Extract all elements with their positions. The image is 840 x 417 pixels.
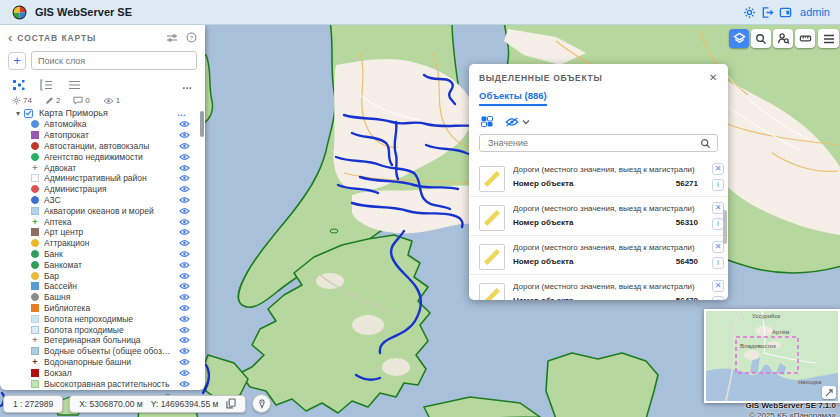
selected-object-row[interactable]: Дороги (местного значения, выезд к магис… bbox=[469, 197, 728, 236]
layer-visibility-eye-icon[interactable] bbox=[179, 369, 190, 377]
panel-layout-icon[interactable] bbox=[776, 3, 794, 21]
layer-row[interactable]: +Ветеринарная больница bbox=[31, 335, 205, 346]
layer-row[interactable]: Болота непроходимые bbox=[31, 313, 205, 324]
layer-row[interactable]: Вокзал bbox=[31, 367, 205, 378]
collapse-caret-icon[interactable]: ▾ bbox=[16, 109, 20, 118]
layer-visibility-eye-icon[interactable] bbox=[179, 282, 190, 290]
layer-visibility-eye-icon[interactable] bbox=[179, 131, 190, 139]
layer-visibility-eye-icon[interactable] bbox=[179, 164, 190, 172]
search-button[interactable] bbox=[751, 29, 771, 48]
layer-row[interactable]: Автомойка bbox=[31, 119, 205, 130]
layer-visibility-eye-icon[interactable] bbox=[179, 358, 190, 366]
object-field-label: Номер объекта bbox=[513, 296, 573, 300]
layer-search-input[interactable] bbox=[31, 51, 197, 70]
layer-order-icon[interactable] bbox=[166, 33, 178, 43]
layer-visibility-eye-icon[interactable] bbox=[179, 239, 190, 247]
layer-visibility-eye-icon[interactable] bbox=[179, 326, 190, 334]
layer-visibility-eye-icon[interactable] bbox=[179, 207, 190, 215]
layer-visibility-eye-icon[interactable] bbox=[179, 272, 190, 280]
layer-row[interactable]: Высокотравная растительность bbox=[31, 378, 205, 389]
layer-visibility-eye-icon[interactable] bbox=[179, 261, 190, 269]
address-search-button[interactable] bbox=[773, 29, 793, 48]
search-icon[interactable] bbox=[700, 138, 711, 149]
object-field-label: Номер объекта bbox=[513, 257, 573, 266]
tree-view-icon[interactable] bbox=[12, 79, 25, 91]
copy-coordinates-icon[interactable] bbox=[226, 398, 236, 409]
layer-label: Акватории океанов и морей bbox=[44, 206, 174, 216]
layer-visibility-eye-icon[interactable] bbox=[179, 153, 190, 161]
object-info-icon[interactable]: i bbox=[712, 296, 724, 300]
locate-pin-button[interactable] bbox=[252, 394, 271, 413]
objects-tab[interactable]: Объекты (886) bbox=[479, 90, 547, 106]
layer-visibility-eye-icon[interactable] bbox=[179, 315, 190, 323]
object-value-search-input[interactable] bbox=[486, 137, 700, 149]
layer-visibility-eye-icon[interactable] bbox=[179, 185, 190, 193]
root-layer-checkbox[interactable] bbox=[24, 109, 33, 118]
layer-label: Банкомат bbox=[44, 260, 174, 270]
layer-row[interactable]: Водные объекты (общее обозначение) bbox=[31, 346, 205, 357]
deselect-object-icon[interactable]: ✕ bbox=[712, 163, 724, 175]
layer-row[interactable]: Бар bbox=[31, 270, 205, 281]
layer-row[interactable]: Администрация bbox=[31, 184, 205, 195]
layer-visibility-eye-icon[interactable] bbox=[179, 336, 190, 344]
layer-visibility-eye-icon[interactable] bbox=[179, 380, 190, 388]
object-info-icon[interactable]: i bbox=[712, 179, 724, 191]
layers-button[interactable] bbox=[729, 29, 749, 48]
layer-visibility-eye-icon[interactable] bbox=[179, 174, 190, 182]
grouped-list-view-icon[interactable] bbox=[40, 79, 53, 91]
layer-row[interactable]: +Адвокат bbox=[31, 162, 205, 173]
layer-visibility-eye-icon[interactable] bbox=[179, 304, 190, 312]
user-menu[interactable]: admin bbox=[800, 6, 830, 18]
coordinates-indicator[interactable]: X: 5306870.00 м Y: 14696394.55 м bbox=[69, 395, 246, 413]
layer-visibility-eye-icon[interactable] bbox=[179, 347, 190, 355]
table-view-icon[interactable] bbox=[481, 116, 493, 127]
selected-object-row[interactable]: Дороги (местного значения, выезд к магис… bbox=[469, 158, 728, 197]
layer-row[interactable]: Банкомат bbox=[31, 259, 205, 270]
layer-row[interactable]: АЗС bbox=[31, 195, 205, 206]
layer-row[interactable]: Аттракцион bbox=[31, 238, 205, 249]
layer-row[interactable]: Болота проходимые bbox=[31, 324, 205, 335]
layer-row[interactable]: Башня bbox=[31, 292, 205, 303]
objects-scrollbar[interactable] bbox=[723, 210, 727, 296]
layer-visibility-eye-icon[interactable] bbox=[179, 120, 190, 128]
layer-visibility-eye-icon[interactable] bbox=[179, 142, 190, 150]
layer-row[interactable]: Газетный киоск bbox=[31, 389, 205, 390]
layer-row[interactable]: Агентство недвижимости bbox=[31, 151, 205, 162]
help-icon[interactable]: ? bbox=[186, 32, 197, 43]
sidebar-scrollbar[interactable] bbox=[200, 109, 204, 385]
layer-row[interactable]: Арт центр bbox=[31, 227, 205, 238]
layer-row[interactable]: Бассейн bbox=[31, 281, 205, 292]
layer-row[interactable]: Автопрокат bbox=[31, 130, 205, 141]
layer-row[interactable]: Административный район bbox=[31, 173, 205, 184]
measure-button[interactable] bbox=[795, 29, 815, 48]
selected-object-row[interactable]: Дороги (местного значения, выезд к магис… bbox=[469, 275, 728, 300]
settings-gear-icon[interactable] bbox=[740, 3, 758, 21]
layer-row[interactable]: Библиотека bbox=[31, 303, 205, 314]
layer-symbol-icon bbox=[31, 315, 39, 323]
add-layer-button[interactable]: + bbox=[8, 52, 26, 70]
visibility-filter-dropdown[interactable] bbox=[505, 117, 530, 127]
panel-more-icon[interactable]: … bbox=[182, 80, 193, 91]
flat-list-view-icon[interactable] bbox=[68, 79, 81, 91]
overview-minimap[interactable]: Уссурийск Артём Владивосток Находка bbox=[704, 309, 840, 403]
back-chevron-icon[interactable]: ‹ bbox=[8, 33, 12, 43]
minimap-expand-icon[interactable] bbox=[822, 386, 836, 399]
layer-row[interactable]: Акватории океанов и морей bbox=[31, 205, 205, 216]
layer-row[interactable]: +Аптека bbox=[31, 216, 205, 227]
layer-visibility-eye-icon[interactable] bbox=[179, 218, 190, 226]
scale-indicator[interactable]: 1 : 272989 bbox=[3, 395, 63, 413]
layer-visibility-eye-icon[interactable] bbox=[179, 228, 190, 236]
layer-row[interactable]: +Водонапорные башни bbox=[31, 357, 205, 368]
layer-visibility-eye-icon[interactable] bbox=[179, 196, 190, 204]
root-layer-row[interactable]: ▾ Карта Приморья … bbox=[0, 106, 205, 119]
root-layer-more-icon[interactable]: … bbox=[177, 108, 187, 118]
selected-object-row[interactable]: Дороги (местного значения, выезд к магис… bbox=[469, 236, 728, 275]
layer-row[interactable]: Автостанции, автовокзалы bbox=[31, 141, 205, 152]
layer-visibility-eye-icon[interactable] bbox=[179, 293, 190, 301]
selected-objects-list: Дороги (местного значения, выезд к магис… bbox=[469, 158, 728, 300]
close-panel-icon[interactable]: ✕ bbox=[709, 72, 718, 83]
layer-visibility-eye-icon[interactable] bbox=[179, 250, 190, 258]
logout-icon[interactable] bbox=[758, 3, 776, 21]
layer-row[interactable]: Банк bbox=[31, 249, 205, 260]
menu-button[interactable] bbox=[818, 29, 839, 48]
